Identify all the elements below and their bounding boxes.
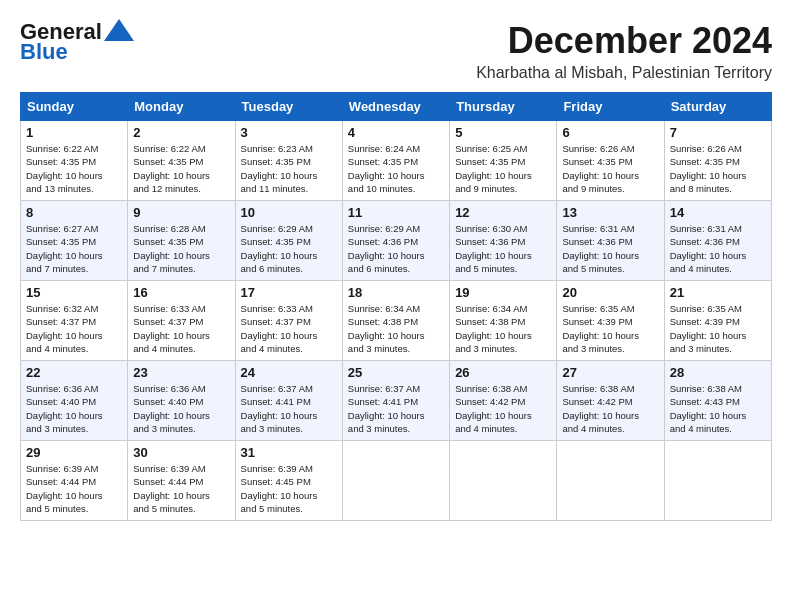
calendar-cell: 31Sunrise: 6:39 AM Sunset: 4:45 PM Dayli… (235, 441, 342, 521)
day-number: 27 (562, 365, 658, 380)
day-info: Sunrise: 6:33 AM Sunset: 4:37 PM Dayligh… (241, 302, 337, 355)
calendar-cell: 20Sunrise: 6:35 AM Sunset: 4:39 PM Dayli… (557, 281, 664, 361)
calendar-header-row: SundayMondayTuesdayWednesdayThursdayFrid… (21, 93, 772, 121)
day-info: Sunrise: 6:34 AM Sunset: 4:38 PM Dayligh… (455, 302, 551, 355)
calendar-cell: 22Sunrise: 6:36 AM Sunset: 4:40 PM Dayli… (21, 361, 128, 441)
calendar-cell: 26Sunrise: 6:38 AM Sunset: 4:42 PM Dayli… (450, 361, 557, 441)
calendar-week-1: 1Sunrise: 6:22 AM Sunset: 4:35 PM Daylig… (21, 121, 772, 201)
calendar-cell: 16Sunrise: 6:33 AM Sunset: 4:37 PM Dayli… (128, 281, 235, 361)
day-number: 20 (562, 285, 658, 300)
day-info: Sunrise: 6:38 AM Sunset: 4:43 PM Dayligh… (670, 382, 766, 435)
day-info: Sunrise: 6:39 AM Sunset: 4:45 PM Dayligh… (241, 462, 337, 515)
calendar-cell: 17Sunrise: 6:33 AM Sunset: 4:37 PM Dayli… (235, 281, 342, 361)
calendar-cell (664, 441, 771, 521)
day-info: Sunrise: 6:22 AM Sunset: 4:35 PM Dayligh… (133, 142, 229, 195)
day-number: 6 (562, 125, 658, 140)
calendar-cell: 23Sunrise: 6:36 AM Sunset: 4:40 PM Dayli… (128, 361, 235, 441)
day-info: Sunrise: 6:35 AM Sunset: 4:39 PM Dayligh… (670, 302, 766, 355)
header-saturday: Saturday (664, 93, 771, 121)
day-info: Sunrise: 6:31 AM Sunset: 4:36 PM Dayligh… (670, 222, 766, 275)
day-info: Sunrise: 6:33 AM Sunset: 4:37 PM Dayligh… (133, 302, 229, 355)
calendar-cell: 9Sunrise: 6:28 AM Sunset: 4:35 PM Daylig… (128, 201, 235, 281)
day-number: 3 (241, 125, 337, 140)
day-number: 5 (455, 125, 551, 140)
day-number: 31 (241, 445, 337, 460)
logo-icon (104, 19, 134, 41)
day-info: Sunrise: 6:39 AM Sunset: 4:44 PM Dayligh… (26, 462, 122, 515)
logo-blue: Blue (20, 40, 68, 64)
title-area: December 2024 Kharbatha al Misbah, Pales… (476, 20, 772, 82)
day-number: 17 (241, 285, 337, 300)
day-number: 7 (670, 125, 766, 140)
day-info: Sunrise: 6:29 AM Sunset: 4:36 PM Dayligh… (348, 222, 444, 275)
calendar-cell: 28Sunrise: 6:38 AM Sunset: 4:43 PM Dayli… (664, 361, 771, 441)
header-monday: Monday (128, 93, 235, 121)
day-number: 11 (348, 205, 444, 220)
day-number: 8 (26, 205, 122, 220)
calendar-cell: 6Sunrise: 6:26 AM Sunset: 4:35 PM Daylig… (557, 121, 664, 201)
day-number: 14 (670, 205, 766, 220)
header-thursday: Thursday (450, 93, 557, 121)
day-info: Sunrise: 6:37 AM Sunset: 4:41 PM Dayligh… (348, 382, 444, 435)
svg-marker-0 (104, 19, 134, 41)
day-number: 24 (241, 365, 337, 380)
day-info: Sunrise: 6:36 AM Sunset: 4:40 PM Dayligh… (26, 382, 122, 435)
calendar-week-4: 22Sunrise: 6:36 AM Sunset: 4:40 PM Dayli… (21, 361, 772, 441)
calendar-cell: 15Sunrise: 6:32 AM Sunset: 4:37 PM Dayli… (21, 281, 128, 361)
calendar-week-5: 29Sunrise: 6:39 AM Sunset: 4:44 PM Dayli… (21, 441, 772, 521)
calendar-cell: 8Sunrise: 6:27 AM Sunset: 4:35 PM Daylig… (21, 201, 128, 281)
day-number: 4 (348, 125, 444, 140)
calendar-cell: 18Sunrise: 6:34 AM Sunset: 4:38 PM Dayli… (342, 281, 449, 361)
calendar-cell (557, 441, 664, 521)
month-title: December 2024 (476, 20, 772, 62)
calendar-cell: 1Sunrise: 6:22 AM Sunset: 4:35 PM Daylig… (21, 121, 128, 201)
day-info: Sunrise: 6:31 AM Sunset: 4:36 PM Dayligh… (562, 222, 658, 275)
day-info: Sunrise: 6:38 AM Sunset: 4:42 PM Dayligh… (562, 382, 658, 435)
day-info: Sunrise: 6:30 AM Sunset: 4:36 PM Dayligh… (455, 222, 551, 275)
calendar-cell: 30Sunrise: 6:39 AM Sunset: 4:44 PM Dayli… (128, 441, 235, 521)
location-title: Kharbatha al Misbah, Palestinian Territo… (476, 64, 772, 82)
day-number: 1 (26, 125, 122, 140)
day-number: 23 (133, 365, 229, 380)
day-number: 29 (26, 445, 122, 460)
day-number: 22 (26, 365, 122, 380)
day-number: 2 (133, 125, 229, 140)
day-number: 19 (455, 285, 551, 300)
day-info: Sunrise: 6:36 AM Sunset: 4:40 PM Dayligh… (133, 382, 229, 435)
day-info: Sunrise: 6:38 AM Sunset: 4:42 PM Dayligh… (455, 382, 551, 435)
day-info: Sunrise: 6:27 AM Sunset: 4:35 PM Dayligh… (26, 222, 122, 275)
day-info: Sunrise: 6:34 AM Sunset: 4:38 PM Dayligh… (348, 302, 444, 355)
day-info: Sunrise: 6:26 AM Sunset: 4:35 PM Dayligh… (670, 142, 766, 195)
header-sunday: Sunday (21, 93, 128, 121)
calendar-cell: 25Sunrise: 6:37 AM Sunset: 4:41 PM Dayli… (342, 361, 449, 441)
day-info: Sunrise: 6:39 AM Sunset: 4:44 PM Dayligh… (133, 462, 229, 515)
day-number: 9 (133, 205, 229, 220)
calendar-week-3: 15Sunrise: 6:32 AM Sunset: 4:37 PM Dayli… (21, 281, 772, 361)
calendar-cell: 7Sunrise: 6:26 AM Sunset: 4:35 PM Daylig… (664, 121, 771, 201)
calendar-cell (450, 441, 557, 521)
logo: General Blue (20, 20, 134, 64)
day-number: 10 (241, 205, 337, 220)
header-friday: Friday (557, 93, 664, 121)
day-info: Sunrise: 6:29 AM Sunset: 4:35 PM Dayligh… (241, 222, 337, 275)
day-number: 12 (455, 205, 551, 220)
calendar-cell: 27Sunrise: 6:38 AM Sunset: 4:42 PM Dayli… (557, 361, 664, 441)
calendar-cell: 10Sunrise: 6:29 AM Sunset: 4:35 PM Dayli… (235, 201, 342, 281)
calendar-cell: 12Sunrise: 6:30 AM Sunset: 4:36 PM Dayli… (450, 201, 557, 281)
day-info: Sunrise: 6:26 AM Sunset: 4:35 PM Dayligh… (562, 142, 658, 195)
day-number: 15 (26, 285, 122, 300)
day-info: Sunrise: 6:22 AM Sunset: 4:35 PM Dayligh… (26, 142, 122, 195)
day-number: 21 (670, 285, 766, 300)
calendar-cell: 5Sunrise: 6:25 AM Sunset: 4:35 PM Daylig… (450, 121, 557, 201)
calendar-cell: 21Sunrise: 6:35 AM Sunset: 4:39 PM Dayli… (664, 281, 771, 361)
day-number: 25 (348, 365, 444, 380)
calendar-cell: 4Sunrise: 6:24 AM Sunset: 4:35 PM Daylig… (342, 121, 449, 201)
calendar-cell: 14Sunrise: 6:31 AM Sunset: 4:36 PM Dayli… (664, 201, 771, 281)
header-wednesday: Wednesday (342, 93, 449, 121)
calendar-week-2: 8Sunrise: 6:27 AM Sunset: 4:35 PM Daylig… (21, 201, 772, 281)
calendar-cell: 19Sunrise: 6:34 AM Sunset: 4:38 PM Dayli… (450, 281, 557, 361)
day-number: 16 (133, 285, 229, 300)
calendar-cell: 3Sunrise: 6:23 AM Sunset: 4:35 PM Daylig… (235, 121, 342, 201)
calendar-cell: 29Sunrise: 6:39 AM Sunset: 4:44 PM Dayli… (21, 441, 128, 521)
calendar-cell: 2Sunrise: 6:22 AM Sunset: 4:35 PM Daylig… (128, 121, 235, 201)
